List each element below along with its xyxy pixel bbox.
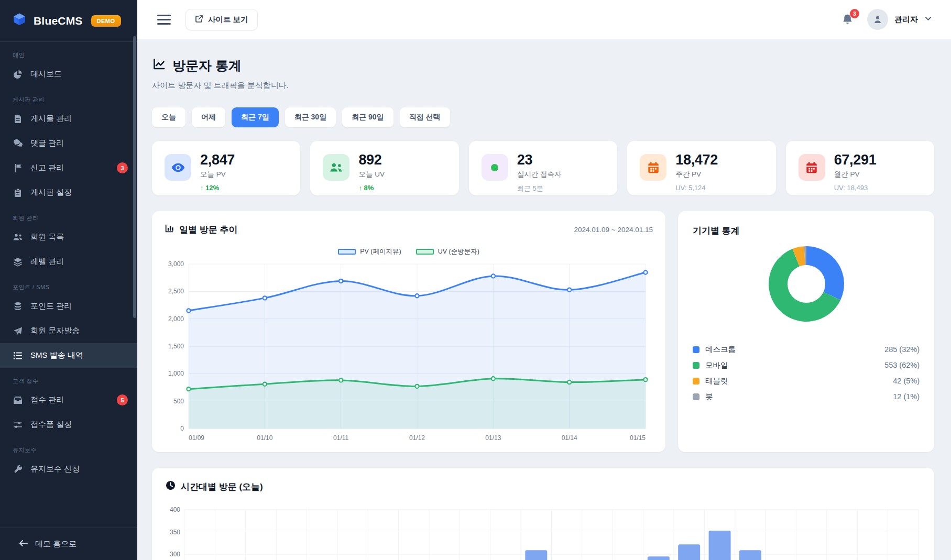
legend-item-pv: PV (페이지뷰) [338,247,401,256]
filter-last-7-days[interactable]: 최근 7일 [232,107,279,127]
users-icon [323,154,349,181]
sidebar-item-label: 회원 문자발송 [30,326,80,336]
sidebar-item-board-settings[interactable]: 게시판 설정 [0,180,137,205]
svg-text:300: 300 [170,551,180,558]
hourly-bar-chart: 400350300250200150100500 [166,502,921,560]
svg-text:01/15: 01/15 [630,434,646,442]
sidebar-item-member-sms[interactable]: 회원 문자발송 [0,319,137,343]
section-label-members: 회원 관리 [13,214,125,222]
site-view-button[interactable]: 사이트 보기 [185,9,258,30]
daily-visits-card: 일별 방문 추이 2024.01.09 ~ 2024.01.15 PV (페이지… [152,211,665,452]
uv-swatch [416,249,434,255]
sidebar-item-label: SMS 발송 내역 [30,350,83,360]
stat-value: 2,847 [200,152,235,168]
desktop-swatch [693,346,699,353]
filter-today[interactable]: 오늘 [152,107,185,127]
list-icon [13,350,23,361]
sidebar-item-label: 유지보수 신청 [30,464,80,474]
sidebar-item-posts[interactable]: 게시물 관리 [0,106,137,131]
bar-chart-icon [165,224,174,236]
reports-count-badge: 3 [117,162,128,173]
svg-text:01/09: 01/09 [189,434,204,442]
demo-badge: DEMO [91,15,121,27]
external-link-icon [195,15,203,25]
legend-row-desktop: 데스크톱 285 (32%) [693,342,920,357]
sidebar-item-member-list[interactable]: 회원 목록 [0,225,137,249]
sidebar-item-form-settings[interactable]: 접수폼 설정 [0,412,137,437]
legend-row-tablet: 태블릿 42 (5%) [693,373,920,389]
stat-cards: 2,847 오늘 PV ↑ 12% 892 오늘 UV ↑ 8% 23 실시간 … [152,141,934,195]
clipboard-icon [13,188,23,198]
svg-text:2,000: 2,000 [168,315,184,323]
sidebar-item-label: 신고 관리 [30,163,64,173]
sidebar-nav: 메인 대시보드 게시판 관리 게시물 관리 댓글 관리 신고 관리 3 게시판 … [0,51,137,481]
sidebar-item-comments[interactable]: 댓글 관리 [0,131,137,156]
line-chart-legend: PV (페이지뷰) UV (순방문자) [165,247,653,256]
sliders-icon [13,420,23,430]
svg-text:01/10: 01/10 [257,434,272,442]
sidebar-scrollbar[interactable] [133,36,136,318]
device-stats-card: 기기별 통계 데스크톱 285 (32%) 모바일 553 (62%) [678,211,934,452]
sidebar-item-label: 레벨 관리 [30,257,64,267]
mobile-swatch [693,362,699,369]
stat-card-weekly-pv: 18,472 주간 PV UV: 5,124 [627,141,775,195]
series-UV (순방문자) [187,377,647,429]
hamburger-icon[interactable] [157,15,171,25]
arrow-left-icon [19,540,28,548]
hourly-visits-card: 시간대별 방문 (오늘) 400350300250200150100500 [152,468,934,560]
section-label-board: 게시판 관리 [13,96,125,104]
svg-text:1,000: 1,000 [168,370,184,377]
comments-icon [13,138,23,149]
section-label-customer: 고객 접수 [13,377,125,385]
device-stats-title: 기기별 통계 [693,225,920,237]
chevron-down-icon [924,15,932,25]
sidebar-item-reports[interactable]: 신고 관리 3 [0,156,137,180]
legend-row-bot: 봇 12 (1%) [693,389,920,404]
clock-icon [166,480,176,493]
avatar [867,9,888,30]
layers-icon [13,257,23,267]
notifications-button[interactable]: 3 [841,13,855,26]
sidebar-item-dashboard[interactable]: 대시보드 [0,62,137,86]
eye-icon [165,154,191,181]
stat-change: 최근 5분 [517,184,562,193]
section-label-main: 메인 [13,51,125,59]
pie-chart-icon [13,69,23,80]
page-title: 방문자 통계 [152,57,934,74]
filter-last-30-days[interactable]: 최근 30일 [285,107,336,127]
section-label-points-sms: 포인트 / SMS [13,283,125,291]
sidebar-item-maintenance-request[interactable]: 유지보수 신청 [0,457,137,481]
sidebar-item-levels[interactable]: 레벨 관리 [0,249,137,274]
stat-label: 월간 PV [834,170,877,179]
stat-value: 23 [517,152,562,168]
cube-icon [12,12,27,30]
svg-text:01/11: 01/11 [333,434,348,442]
stat-label: 주간 PV [675,170,718,179]
inbox-icon [13,395,23,405]
stat-value: 67,291 [834,152,877,168]
svg-text:01/14: 01/14 [562,434,577,442]
sidebar-item-label: 게시물 관리 [30,114,72,124]
stat-change: UV: 18,493 [834,184,877,192]
svg-text:1,500: 1,500 [168,343,184,350]
filter-custom-range[interactable]: 직접 선택 [400,107,450,127]
stat-card-today-uv: 892 오늘 UV ↑ 8% [310,141,458,195]
brand-logo-row[interactable]: BlueCMS DEMO [0,0,137,42]
users-icon [13,232,23,243]
sidebar-footer-demo-home[interactable]: 데모 홈으로 [0,528,137,560]
filter-yesterday[interactable]: 어제 [192,107,225,127]
sidebar-item-submissions[interactable]: 접수 관리 5 [0,388,137,412]
bell-icon [841,19,854,28]
wrench-icon [13,464,23,475]
svg-text:400: 400 [170,506,180,513]
sidebar-item-points[interactable]: 포인트 관리 [0,294,137,319]
user-menu[interactable]: 관리자 [867,9,932,30]
filter-last-90-days[interactable]: 최근 90일 [342,107,393,127]
submissions-count-badge: 5 [117,394,128,405]
sidebar-item-sms-history[interactable]: SMS 발송 내역 [0,343,137,368]
sidebar-item-label: 접수폼 설정 [30,420,72,430]
sidebar-item-label: 포인트 관리 [30,301,72,311]
legend-row-mobile: 모바일 553 (62%) [693,357,920,373]
daily-visits-title: 일별 방문 추이 [165,224,237,236]
svg-text:3,000: 3,000 [168,260,184,268]
